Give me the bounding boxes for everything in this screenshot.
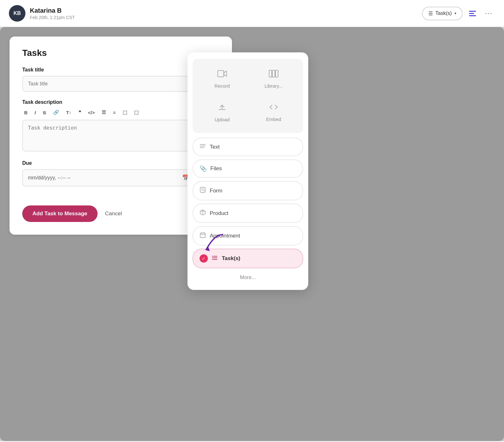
header-left: KB Katarina B Feb 20th, 1:21pm CST xyxy=(9,5,75,22)
avatar: KB xyxy=(9,5,25,22)
form-icon xyxy=(200,187,206,195)
due-date-input[interactable]: mm/dd/yyyy, --:-- -- 📅 xyxy=(22,169,195,186)
tasks-dropdown-button[interactable]: ☰ Task(s) ▾ xyxy=(422,7,463,20)
upload-label: Upload xyxy=(215,117,230,122)
tasks-button-label: Task(s) xyxy=(435,10,452,16)
due-label: Due xyxy=(22,160,195,166)
cancel-button[interactable]: Cancel xyxy=(103,205,125,222)
library-label: Library... xyxy=(264,83,283,89)
text-label: Text xyxy=(210,144,220,150)
upload-option[interactable]: Upload xyxy=(196,96,248,129)
files-label: Files xyxy=(210,165,222,172)
due-placeholder: mm/dd/yyyy, --:-- -- xyxy=(28,175,71,181)
strikethrough-button[interactable]: S xyxy=(41,109,48,117)
lines-icon xyxy=(469,11,476,16)
form-option[interactable]: Form xyxy=(193,181,303,200)
quote-button[interactable]: ❝ xyxy=(77,108,83,117)
main-area: Tasks Task title Task description B I S … xyxy=(0,27,504,441)
align-left-button[interactable]: ⬚ xyxy=(121,108,129,117)
more-options-button[interactable]: ··· xyxy=(482,7,495,20)
svg-point-25 xyxy=(212,257,213,258)
dots-icon: ··· xyxy=(485,9,493,17)
record-option[interactable]: Record xyxy=(196,63,248,96)
arrow-indicator xyxy=(197,231,226,257)
top-grid: Record Library... xyxy=(193,59,303,133)
text-option[interactable]: Text xyxy=(193,137,303,156)
embed-icon xyxy=(269,103,278,113)
record-label: Record xyxy=(215,83,230,89)
svg-marker-4 xyxy=(224,71,227,76)
text-icon xyxy=(200,143,206,151)
align-right-button[interactable]: ⬚ xyxy=(132,108,140,117)
cube-icon xyxy=(200,209,206,217)
link-button[interactable]: 🔗 xyxy=(51,108,61,117)
user-name: Katarina B xyxy=(30,7,75,14)
header-info: Katarina B Feb 20th, 1:21pm CST xyxy=(30,7,75,20)
chevron-down-icon: ▾ xyxy=(454,11,456,16)
library-option[interactable]: Library... xyxy=(248,63,299,96)
dropdown-menu: Record Library... xyxy=(187,52,308,290)
svg-point-26 xyxy=(212,259,213,260)
svg-rect-11 xyxy=(200,187,205,192)
svg-rect-5 xyxy=(269,70,272,77)
font-button[interactable]: T↑ xyxy=(64,109,73,117)
bold-button[interactable]: B xyxy=(22,109,30,117)
upload-icon xyxy=(218,103,227,114)
header-right: ☰ Task(s) ▾ ··· xyxy=(422,7,495,20)
more-button[interactable]: More... xyxy=(193,271,303,284)
files-option[interactable]: 📎 Files xyxy=(193,159,303,178)
embed-label: Embed xyxy=(266,117,281,122)
product-option[interactable]: Product xyxy=(193,204,303,223)
add-task-button[interactable]: Add Task to Message xyxy=(22,205,98,222)
paperclip-icon: 📎 xyxy=(200,165,207,172)
header: KB Katarina B Feb 20th, 1:21pm CST ☰ Tas… xyxy=(0,0,504,27)
lines-icon-button[interactable] xyxy=(467,8,479,19)
svg-rect-6 xyxy=(272,70,275,77)
ordered-list-button[interactable]: ≡ xyxy=(111,109,118,117)
form-label: Form xyxy=(210,188,222,194)
product-label: Product xyxy=(210,210,228,217)
due-group: Due mm/dd/yyyy, --:-- -- 📅 xyxy=(22,160,195,186)
svg-rect-7 xyxy=(276,70,278,77)
video-icon xyxy=(217,70,227,80)
svg-rect-3 xyxy=(218,70,224,77)
embed-option[interactable]: Embed xyxy=(248,96,299,129)
unordered-list-button[interactable]: ☰ xyxy=(100,108,108,117)
library-icon xyxy=(269,70,278,80)
datetime: Feb 20th, 1:21pm CST xyxy=(30,15,75,20)
italic-button[interactable]: I xyxy=(33,109,38,117)
code-button[interactable]: </> xyxy=(86,109,97,117)
